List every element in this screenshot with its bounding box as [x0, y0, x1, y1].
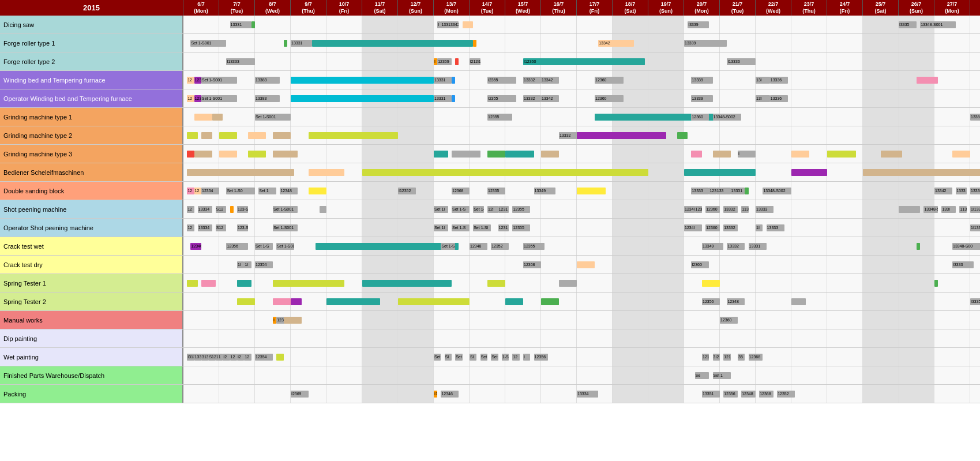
grid-cell: [648, 163, 684, 181]
grid-cell: [970, 366, 980, 384]
grid-cell: [505, 126, 541, 144]
grid-cell: [291, 293, 326, 310]
grid-cell: [183, 182, 219, 200]
row-content: I123611236013333: [183, 311, 980, 329]
grid-cell: [434, 293, 470, 310]
grid-cell: [791, 182, 827, 200]
grid-cell: [970, 163, 980, 181]
grid-cell: [934, 311, 970, 329]
grid-cell: [326, 182, 362, 200]
grid-cell: [720, 348, 756, 366]
grid-cell: [934, 145, 970, 163]
grid-cell: [470, 145, 505, 163]
grid-cell: [398, 163, 434, 181]
grid-cell: [863, 182, 899, 200]
row-content: I13333I12369l212i13332I12360I13336I13348…: [183, 53, 980, 70]
header-date: 10/7(Fri): [326, 0, 362, 16]
row-label: Grinding machine type 2: [0, 126, 183, 144]
grid-cell: [541, 219, 577, 237]
grid-cell: [255, 71, 291, 89]
grid-cell: [577, 200, 613, 218]
header-dates: 6/7(Mon)7/7(Tue)8/7(Wed)9/7(Thu)10/7(Fri…: [183, 0, 980, 16]
grid-cell: [899, 163, 934, 181]
grid-cell: [648, 348, 684, 366]
grid-cell: [970, 348, 980, 366]
grid-cell: [720, 200, 756, 218]
grid-cell: [541, 293, 577, 310]
grid-cell: [720, 16, 756, 33]
grid-cell: [648, 16, 684, 33]
grid-cell: [470, 311, 505, 329]
grid-cell: [970, 293, 980, 310]
grid-cell: [183, 366, 219, 384]
grid-cell: [756, 16, 791, 33]
grid-cell: [291, 16, 326, 33]
row-label: Operator Shot peening machine: [0, 219, 183, 237]
grid-cell: [720, 126, 756, 144]
grid-cell: [291, 237, 326, 255]
grid-cell: [970, 126, 980, 144]
grid-cell: [720, 219, 756, 237]
grid-cell: [899, 293, 934, 310]
grid-cell: [505, 71, 541, 89]
grid-cell: [756, 366, 791, 384]
grid-cell: [684, 200, 720, 218]
grid-cell: [362, 256, 398, 273]
header-date: 23/7(Thu): [791, 0, 827, 16]
row-content: 121212354Set 1-S0Set 112348I123521236812…: [183, 182, 980, 200]
grid-cell: [362, 108, 398, 126]
grid-cell: [470, 329, 505, 347]
row-label: Double sanding block: [0, 182, 183, 200]
grid-cell: [827, 89, 863, 107]
grid-cell: [434, 145, 470, 163]
grid-cell: [648, 182, 684, 200]
grid-cell: [326, 385, 362, 403]
row-content: 1212368Set 1-S0011338313331I235513332133…: [183, 89, 980, 107]
grid-cell: [934, 237, 970, 255]
grid-cell: [470, 237, 505, 255]
grid-cell: [684, 293, 720, 310]
grid-cell: [183, 219, 219, 237]
grid-cell: [934, 366, 970, 384]
table-row: Finished Parts Warehouse/DispatchSeSet 1: [0, 366, 980, 385]
header-date: 26/7(Sun): [899, 0, 934, 16]
grid-cell: [541, 256, 577, 273]
grid-cell: [863, 89, 899, 107]
grid-cell: [791, 274, 827, 292]
row-label: Packing: [0, 385, 183, 403]
row-content: Set 1-S00112355133331236013348-S00213385…: [183, 108, 980, 126]
grid-cell: [613, 182, 648, 200]
grid-cell: [326, 126, 362, 144]
grid-cell: [505, 89, 541, 107]
grid-cell: [183, 348, 219, 366]
grid-cell: [970, 219, 980, 237]
grid-cell: [577, 366, 613, 384]
grid-cell: [613, 329, 648, 347]
grid-cell: [434, 237, 470, 255]
grid-cell: [863, 237, 899, 255]
grid-cell: [577, 71, 613, 89]
grid-cell: [541, 237, 577, 255]
grid-cell: [219, 16, 255, 33]
grid-cell: [934, 53, 970, 70]
grid-cell: [255, 219, 291, 237]
row-content: 1213334S12123-S12346Set 1-S001Set 1ISet …: [183, 219, 980, 237]
grid-cell: [398, 16, 434, 33]
row-label: Dicing saw: [0, 16, 183, 33]
grid-cell: [398, 200, 434, 218]
grid-cell: [970, 274, 980, 292]
grid-cell: [577, 256, 613, 273]
grid-cell: [398, 53, 434, 70]
grid-cell: [470, 366, 505, 384]
grid-cell: [684, 126, 720, 144]
grid-cell: [219, 89, 255, 107]
row-label: Forge roller type 2: [0, 53, 183, 70]
grid-cell: [434, 53, 470, 70]
grid-cell: [398, 329, 434, 347]
grid-cell: [720, 71, 756, 89]
grid-cell: [505, 219, 541, 237]
grid-cell: [827, 34, 863, 52]
grid-cell: [541, 348, 577, 366]
grid-cell: [613, 366, 648, 384]
grid-cell: [505, 293, 541, 310]
